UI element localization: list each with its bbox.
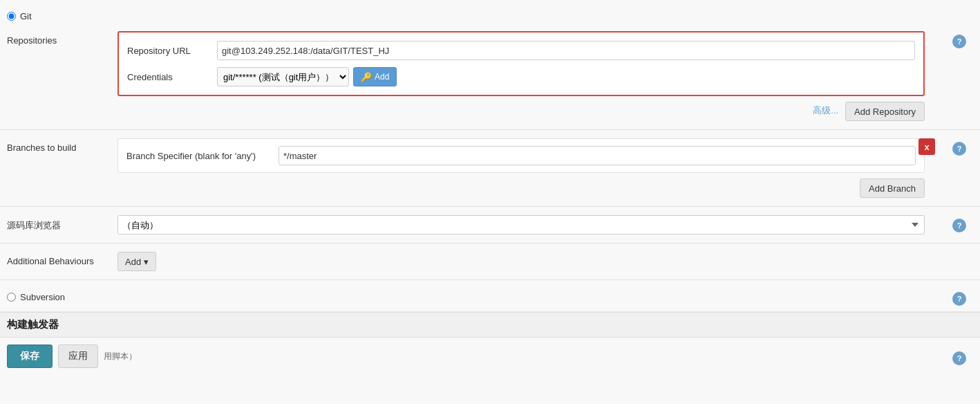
add-behaviour-label: Add	[125, 257, 141, 267]
branch-specifier-input[interactable]	[279, 146, 916, 165]
add-repository-button[interactable]: Add Repository	[845, 102, 925, 121]
branches-box: Branch Specifier (blank for 'any')	[117, 138, 925, 173]
additional-behaviours-section: Additional Behaviours Add ▾	[0, 246, 980, 277]
add-credentials-label: Add	[375, 72, 389, 82]
credentials-select[interactable]: git/****** (测试（git用户））	[217, 67, 349, 86]
footer-text: 用脚本）	[104, 351, 137, 362]
page-container: Git Repositories Repository URL Credenti…	[0, 0, 980, 382]
source-browser-select[interactable]: （自动）	[117, 215, 925, 235]
subversion-label: Subversion	[20, 292, 65, 302]
divider-4	[0, 279, 980, 280]
add-behaviour-arrow: ▾	[144, 257, 149, 267]
source-browser-section: 源码库浏览器 （自动） ?	[0, 210, 980, 240]
git-radio-option[interactable]: Git	[0, 7, 980, 26]
branches-section: Branches to build Branch Specifier (blan…	[0, 133, 980, 203]
add-credentials-button[interactable]: 🔑 Add	[353, 67, 397, 86]
repository-box: Repository URL Credentials git/****** (测…	[117, 31, 925, 96]
additional-behaviours-content: Add ▾	[117, 252, 945, 271]
divider-3	[0, 243, 980, 244]
source-browser-label: 源码库浏览器	[7, 215, 117, 232]
repositories-section: Repositories Repository URL Credentials …	[0, 26, 980, 127]
advanced-link[interactable]: 高级...	[813, 102, 838, 121]
credentials-row: Credentials git/****** (测试（git用户）） 🔑 Add	[127, 67, 915, 86]
subversion-help-icon[interactable]: ?	[952, 292, 966, 306]
repo-footer: 高级... Add Repository	[117, 96, 925, 121]
branches-footer: Add Branch	[117, 173, 925, 198]
git-label: Git	[20, 11, 32, 21]
add-branch-button[interactable]: Add Branch	[860, 178, 925, 198]
source-browser-help-icon[interactable]: ?	[952, 219, 966, 232]
repositories-help-icon[interactable]: ?	[952, 35, 966, 48]
additional-behaviours-label: Additional Behaviours	[7, 252, 117, 266]
divider-2	[0, 206, 980, 207]
footer-row: 保存 应用 用脚本） ?	[0, 338, 980, 375]
add-behaviour-button[interactable]: Add ▾	[117, 252, 156, 271]
branch-specifier-label: Branch Specifier (blank for 'any')	[126, 151, 279, 161]
subversion-row: Subversion ?	[0, 283, 980, 312]
source-browser-content: （自动）	[117, 215, 925, 235]
credentials-label: Credentials	[127, 72, 217, 82]
build-trigger-header: 构建触发器	[0, 312, 980, 338]
branches-help-icon[interactable]: ?	[952, 142, 966, 156]
delete-branch-button[interactable]: x	[918, 138, 935, 155]
subversion-radio[interactable]	[7, 293, 16, 302]
apply-button[interactable]: 应用	[58, 345, 98, 368]
save-button[interactable]: 保存	[7, 345, 53, 368]
repositories-label: Repositories	[7, 31, 117, 46]
git-radio[interactable]	[7, 12, 16, 21]
footer-help-icon[interactable]: ?	[952, 351, 966, 365]
branches-content: Branch Specifier (blank for 'any') Add B…	[117, 138, 925, 198]
divider-1	[0, 129, 980, 130]
repositories-content: Repository URL Credentials git/****** (测…	[117, 31, 925, 121]
repo-url-label: Repository URL	[127, 46, 217, 56]
repo-url-row: Repository URL	[127, 41, 915, 60]
credentials-controls: git/****** (测试（git用户）） 🔑 Add	[217, 67, 397, 86]
branch-specifier-row: Branch Specifier (blank for 'any')	[126, 146, 916, 165]
key-icon: 🔑	[361, 72, 372, 82]
branches-label: Branches to build	[7, 138, 117, 153]
repo-url-input[interactable]	[217, 41, 915, 60]
